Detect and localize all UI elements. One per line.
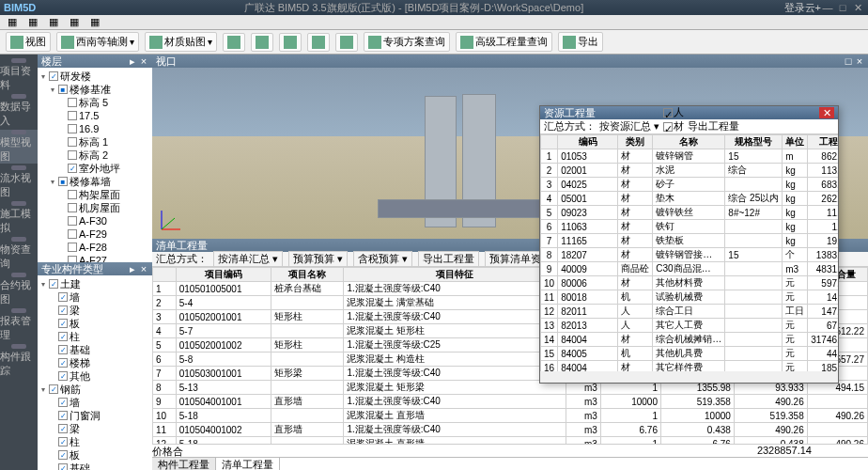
tree-item[interactable]: A-F28 — [39, 241, 150, 254]
nav-施工模拟[interactable]: 施工模拟 — [0, 201, 38, 235]
table-row[interactable]: 1080006材其他材料费元597.8281597.83 — [541, 276, 839, 290]
toolbar-button[interactable]: 导出 — [558, 32, 603, 52]
tree-item[interactable]: ▾■楼修幕墙 — [39, 175, 150, 188]
table-row[interactable]: 711165材铁垫板kg19.4434.6790.8 — [541, 234, 839, 248]
app-logo: BIM5D — [4, 2, 36, 13]
table-row[interactable]: 1282011人综合工日工日147.09132.534784.88 — [541, 305, 839, 319]
nav-项目资料[interactable]: 项目资料 — [0, 58, 38, 92]
tree-item[interactable]: ✓梁 — [39, 422, 150, 435]
close-button[interactable]: ✕ — [851, 2, 864, 13]
tree-item[interactable]: ▾✓土建 — [39, 277, 150, 290]
export-qty-btn[interactable]: 导出工程量 — [418, 251, 479, 267]
nav-数据导入[interactable]: 数据导入 — [0, 94, 38, 128]
tree-item[interactable]: ✓梁 — [39, 304, 150, 317]
table-row[interactable]: 818207材镀锌钢管接…15个1383.8410.52719.6 — [541, 248, 839, 262]
budget-btn[interactable]: 预算预算 ▾ — [288, 251, 348, 267]
summary-mode[interactable]: 按清单汇总 ▾ — [213, 251, 283, 267]
tree-item[interactable]: ✓基础 — [39, 343, 150, 356]
tree-item[interactable]: ✓室外地坪 — [39, 162, 150, 175]
close-icon[interactable]: × — [855, 55, 864, 67]
toolbar-button[interactable]: 西南等轴测 ▾ — [56, 32, 139, 52]
tree-item[interactable]: 机房屋面 — [39, 201, 150, 214]
toolbar-button[interactable]: 视图 — [6, 32, 51, 52]
filter-材[interactable]: ✓材 — [663, 119, 684, 133]
table-row[interactable]: 202001材水泥综合kg113.2770.3741.91 — [541, 164, 839, 178]
tree-item[interactable]: A-F29 — [39, 227, 150, 241]
tree-item[interactable]: ✓墙 — [39, 290, 150, 304]
toolbar-button[interactable]: 材质贴图 ▾ — [145, 32, 217, 52]
maximize-button[interactable]: □ — [836, 2, 849, 13]
tree-item[interactable]: ▾✓钢筋 — [39, 383, 150, 396]
nav-物资查询[interactable]: 物资查询 — [0, 237, 38, 271]
nav-构件跟踪[interactable]: 构件跟踪 — [0, 344, 38, 378]
toolbar-button[interactable]: 专项方案查询 — [364, 32, 450, 52]
toolbar-button[interactable] — [223, 33, 245, 52]
table-row[interactable]: 1180018机试验机械费元14.5644806990.72 — [541, 290, 839, 305]
close-icon[interactable]: × — [139, 263, 148, 275]
table-row[interactable]: 101053材镀锌钢管15m862.2593.993440.41 — [541, 149, 839, 164]
summary-mode[interactable]: 按资源汇总 ▾ — [599, 119, 659, 133]
tree-item[interactable]: ✓基础 — [39, 462, 150, 470]
max-icon[interactable]: □ — [844, 55, 853, 67]
tree-item[interactable]: 16.9 — [39, 122, 150, 135]
tree-item[interactable]: 标高 5 — [39, 96, 150, 109]
tree-item[interactable]: 标高 1 — [39, 135, 150, 149]
table-row[interactable]: 9010504001001直形墙1.混凝土强度等级:C40m310000519.… — [153, 395, 868, 409]
tab-list-qty[interactable]: 清单工程量 — [216, 458, 280, 470]
table-row[interactable]: 125-18泥浆混凝土 直形墙m316.760.438490.26 — [153, 437, 868, 445]
filter-人[interactable]: ✓人 — [663, 105, 684, 119]
table-row[interactable]: 940009商品砼C30商品混…m34831.7134101981002.39 — [541, 262, 839, 276]
close-icon[interactable]: × — [139, 55, 148, 68]
tree-item[interactable]: ✓其他 — [39, 369, 150, 383]
table-row[interactable]: 11010504001002直形墙1.混凝土强度等级:C40m36.760.43… — [153, 423, 868, 437]
tree-item[interactable]: ✓柱 — [39, 330, 150, 343]
pin-icon[interactable]: ▸ — [128, 55, 137, 68]
tax-budget-btn[interactable]: 含税预算 ▾ — [353, 251, 412, 267]
tree-item[interactable]: ✓门窗洞 — [39, 409, 150, 422]
toolbar-button[interactable] — [279, 33, 302, 52]
menu-item[interactable]: ▦ — [45, 16, 62, 28]
tree-item[interactable]: ✓楼梯 — [39, 356, 150, 369]
toolbar-button[interactable] — [251, 33, 273, 52]
col-header: 工程量 — [808, 135, 838, 149]
table-row[interactable]: 1382013人其它人工费元67.628167.63 — [541, 319, 839, 333]
toolbar-button[interactable] — [307, 33, 330, 52]
cloud-login[interactable]: 登录云+ — [784, 1, 821, 15]
tree-item[interactable]: ✓柱 — [39, 435, 150, 448]
menu-item[interactable]: ▦ — [24, 16, 41, 28]
table-row[interactable]: 1484004材综合机械摊销…元31746.666131746.65 — [541, 333, 839, 347]
tree-item[interactable]: 17.5 — [39, 109, 150, 122]
pin-icon[interactable]: ▸ — [128, 263, 137, 275]
table-row[interactable]: 1584005机其他机具费元44.943144.94 — [541, 347, 839, 361]
export-qty-btn[interactable]: 导出工程量 — [688, 119, 739, 133]
tree-item[interactable]: ✓板 — [39, 448, 150, 462]
tree-item[interactable]: ✓板 — [39, 317, 150, 330]
table-row[interactable]: 1684004材其它样件费元185.9771185.98 — [541, 361, 839, 372]
col-header: 项目名称 — [271, 268, 344, 282]
svg-line-2 — [162, 218, 175, 229]
total-label: 价格合计： — [152, 445, 190, 457]
tree-item[interactable]: A-F30 — [39, 214, 150, 227]
toolbar-button[interactable] — [335, 33, 358, 52]
table-row[interactable]: 509023材镀锌铁丝8#~12#kg11.8353.8545.56 — [541, 206, 839, 220]
tree-item[interactable]: 构架屋面 — [39, 188, 150, 201]
nav-流水视图[interactable]: 流水视图 — [0, 165, 38, 199]
table-row[interactable]: 405001材垫木综合 25以内kg262.0590.45117.93 — [541, 192, 839, 206]
table-row[interactable]: 611063材铁钉kg11.957.286.04 — [541, 220, 839, 234]
table-row[interactable]: 105-18泥浆混凝土 直形墙m3110000519.358490.26 — [153, 409, 868, 423]
nav-报表管理[interactable]: 报表管理 — [0, 308, 38, 342]
menu-item[interactable]: ▦ — [86, 16, 103, 28]
tree-item[interactable]: ✓墙 — [39, 396, 150, 409]
nav-模型视图[interactable]: 模型视图 — [0, 130, 38, 164]
menu-item[interactable]: ▦ — [66, 16, 83, 28]
table-row[interactable]: 304025材砂子kg683.0440.0427.32 — [541, 178, 839, 192]
nav-合约视图[interactable]: 合约视图 — [0, 273, 38, 306]
toolbar-button[interactable]: 高级工程量查询 — [456, 32, 552, 52]
tab-component-qty[interactable]: 构件工程量 — [152, 458, 216, 470]
minimize-button[interactable]: — — [821, 2, 834, 13]
close-button[interactable]: ✕ — [819, 107, 834, 118]
tree-item[interactable]: ▾✓研发楼 — [39, 70, 150, 83]
tree-item[interactable]: 标高 2 — [39, 149, 150, 162]
menu-item[interactable]: ▦ — [4, 16, 21, 28]
tree-item[interactable]: ▾■楼修基准 — [39, 83, 150, 96]
